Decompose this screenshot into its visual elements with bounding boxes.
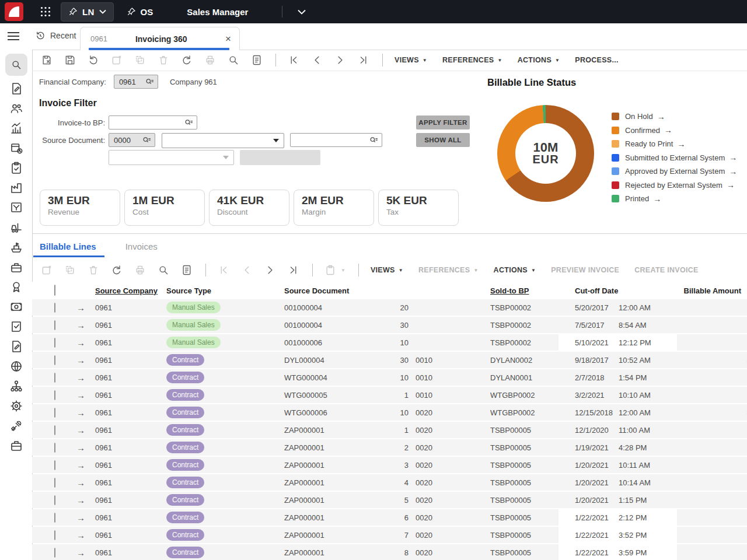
lookup-icon[interactable] <box>184 118 194 128</box>
legend-arrow-icon[interactable]: → <box>653 194 661 204</box>
topbar-chevron-down-icon[interactable] <box>298 9 306 15</box>
col-billable-amount[interactable]: Billable Amount <box>677 286 747 295</box>
table-row[interactable]: →0961Manual Sales00100000430TSBP000027/5… <box>32 317 747 333</box>
col-cutoff-date[interactable]: Cut-off Date <box>558 286 619 295</box>
table-row[interactable]: →0961ContractZAP00000160020TSBP000051/22… <box>32 509 747 526</box>
legend-item[interactable]: Rejected by External System→ <box>612 178 737 192</box>
next-record-icon[interactable] <box>334 54 346 66</box>
table-row[interactable]: →0961ContractZAP00000180020TSBP000051/22… <box>32 544 747 560</box>
table-row[interactable]: →0961ContractZAP00000150020TSBP000051/20… <box>32 492 747 508</box>
row-checkbox[interactable] <box>54 355 55 365</box>
row-drilldown-arrow-icon[interactable]: → <box>76 513 85 523</box>
row-drilldown-arrow-icon[interactable]: → <box>76 320 85 330</box>
tab-invoicing-360[interactable]: 0961 Invoicing 360 × <box>80 27 240 50</box>
legend-arrow-icon[interactable]: → <box>657 112 665 121</box>
previous-record-icon[interactable] <box>311 54 323 66</box>
source-document-input[interactable] <box>290 133 382 147</box>
sidebar-item-clipboard-check[interactable] <box>9 161 23 175</box>
financial-company-input[interactable]: 0961 <box>114 75 158 89</box>
sidebar-item-document-edit[interactable] <box>9 82 23 96</box>
tab-invoices[interactable]: Invoices <box>125 242 158 257</box>
sidebar-item-sales-analysis[interactable] <box>9 121 23 135</box>
legend-arrow-icon[interactable]: → <box>729 153 737 162</box>
apply-filter-button[interactable]: APPLY FILTER <box>416 116 470 130</box>
product-switcher-ln[interactable]: LN <box>61 2 114 22</box>
table-row[interactable]: →0961Manual Sales00100000420TSBP000025/2… <box>32 299 747 316</box>
find-lines-icon[interactable] <box>158 264 169 276</box>
sidebar-item-search[interactable] <box>5 54 27 76</box>
row-checkbox[interactable] <box>54 425 55 435</box>
row-drilldown-arrow-icon[interactable]: → <box>76 355 85 365</box>
col-source-type[interactable]: Source Type <box>166 286 284 295</box>
sidebar-item-manufacturing[interactable] <box>9 181 23 195</box>
row-drilldown-arrow-icon[interactable]: → <box>76 478 85 488</box>
row-drilldown-arrow-icon[interactable]: → <box>76 530 85 540</box>
invoice-to-bp-input[interactable] <box>109 116 197 130</box>
legend-arrow-icon[interactable]: → <box>664 125 672 135</box>
col-sold-to-bp[interactable]: Sold-to BP <box>474 286 558 295</box>
row-checkbox[interactable] <box>54 338 55 348</box>
kpi-card-cost[interactable]: 1M EURCost <box>124 190 205 226</box>
preview-invoice-button[interactable]: PREVIEW INVOICE <box>551 266 619 274</box>
col-source-document[interactable]: Source Document <box>284 286 378 295</box>
legend-arrow-icon[interactable]: → <box>677 139 685 149</box>
row-checkbox[interactable] <box>54 478 55 488</box>
table-row[interactable]: →0961ContractWTG000004100010DYLAN00012/7… <box>32 369 747 386</box>
lookup-icon[interactable] <box>142 135 152 145</box>
actions-menu[interactable]: ACTIONS▼ <box>518 56 560 64</box>
sidebar-item-document[interactable] <box>9 340 23 354</box>
source-type-select[interactable] <box>162 133 284 148</box>
legend-item[interactable]: Ready to Print→ <box>612 137 737 151</box>
notes-icon[interactable] <box>251 54 263 66</box>
last-record-icon[interactable] <box>358 54 369 66</box>
pinned-app-os[interactable]: OS <box>127 7 153 17</box>
row-drilldown-arrow-icon[interactable]: → <box>76 443 85 453</box>
legend-arrow-icon[interactable]: → <box>727 180 735 190</box>
legend-arrow-icon[interactable]: → <box>729 167 737 176</box>
first-record-icon[interactable] <box>288 54 299 66</box>
legend-item[interactable]: Approved by External System→ <box>612 164 737 178</box>
row-drilldown-arrow-icon[interactable]: → <box>76 548 85 558</box>
refresh-icon[interactable] <box>181 54 193 66</box>
row-drilldown-arrow-icon[interactable]: → <box>76 460 85 470</box>
show-all-button[interactable]: SHOW ALL <box>416 133 470 147</box>
create-invoice-button[interactable]: CREATE INVOICE <box>634 266 699 274</box>
row-checkbox[interactable] <box>54 408 55 418</box>
app-launcher-icon[interactable] <box>40 6 51 17</box>
table-row[interactable]: →0961ContractWTG00000510010WTGBP00023/2/… <box>32 387 747 403</box>
menu-hamburger-icon[interactable] <box>8 32 19 41</box>
row-checkbox[interactable] <box>54 320 55 330</box>
row-drilldown-arrow-icon[interactable]: → <box>76 338 85 348</box>
legend-item[interactable]: Submitted to External System→ <box>612 151 737 165</box>
kpi-card-tax[interactable]: 5K EURTax <box>378 190 459 226</box>
row-checkbox[interactable] <box>54 513 55 523</box>
table-row[interactable]: →0961ContractDYL000004300010DYLAN00029/1… <box>32 352 747 368</box>
sidebar-item-finance-money[interactable] <box>9 300 23 314</box>
source-company-input[interactable]: 0000 <box>109 133 155 147</box>
sidebar-item-settings-gear[interactable] <box>9 399 23 413</box>
sidebar-item-customers[interactable] <box>9 102 23 116</box>
table-row[interactable]: →0961ContractZAP00000130020TSBP000051/20… <box>32 457 747 473</box>
views-menu[interactable]: VIEWS▼ <box>395 56 427 64</box>
sidebar-item-shipping[interactable] <box>9 240 23 254</box>
tab-close-icon[interactable]: × <box>225 34 231 44</box>
process-menu[interactable]: PROCESS... <box>575 56 619 64</box>
sidebar-item-package-clock[interactable] <box>9 141 23 155</box>
kpi-card-revenue[interactable]: 3M EURRevenue <box>40 190 120 226</box>
revert-icon[interactable] <box>88 54 99 66</box>
select-all-checkbox[interactable] <box>54 285 55 296</box>
table-row[interactable]: →0961ContractZAP00000170020TSBP000051/22… <box>32 527 747 543</box>
sidebar-item-quality-award[interactable] <box>9 280 23 294</box>
legend-item[interactable]: Confirmed→ <box>612 124 737 138</box>
sidebar-item-globe[interactable] <box>9 359 23 373</box>
infor-logo[interactable] <box>5 2 23 21</box>
sidebar-item-projects-case[interactable] <box>9 439 23 453</box>
recent-button[interactable]: Recent <box>35 30 76 41</box>
sidebar-item-approval-check[interactable] <box>9 320 23 334</box>
lookup-icon[interactable] <box>369 135 379 145</box>
col-source-company[interactable]: Source Company <box>95 286 166 295</box>
table-row[interactable]: →0961ContractZAP00000120020TSBP000051/19… <box>32 439 747 456</box>
lines-references-menu[interactable]: REFERENCES▼ <box>418 266 479 274</box>
table-row[interactable]: →0961ContractZAP00000140020TSBP000051/20… <box>32 474 747 491</box>
legend-item[interactable]: Printed→ <box>612 192 737 206</box>
